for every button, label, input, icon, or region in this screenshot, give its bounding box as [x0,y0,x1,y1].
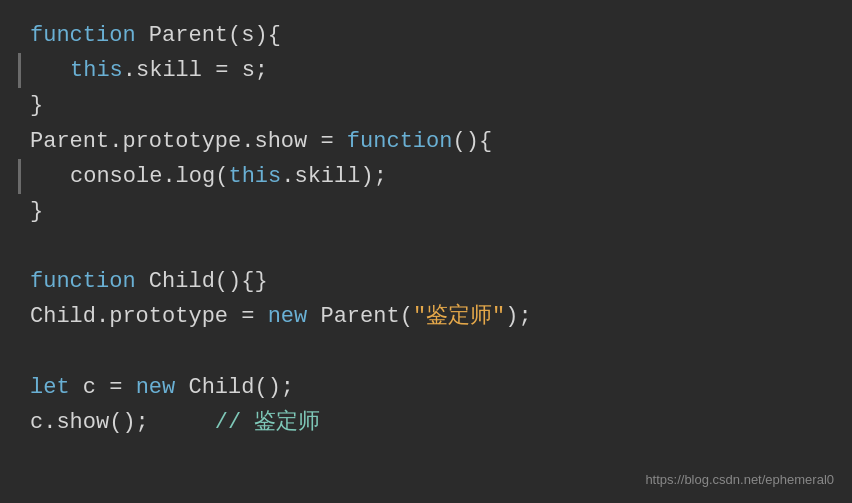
code-line-1: function Parent(s){ [30,18,822,53]
code-line-2: this.skill = s; [30,53,822,88]
code-text: } [30,88,43,123]
code-text: .skill); [281,159,387,194]
code-comment: // 鉴定师 [215,405,321,440]
keyword-this-1: this [70,53,123,88]
code-text: Parent( [307,299,413,334]
keyword-new-2: new [136,370,176,405]
blank-line-1 [30,229,822,264]
code-text: c = [70,370,136,405]
string-value-1: "鉴定师" [413,299,505,334]
code-text: (){ [452,124,492,159]
code-line-6: } [30,194,822,229]
keyword-function-1: function [30,18,136,53]
code-line-9: let c = new Child(); [30,370,822,405]
code-line-10: c.show(); // 鉴定师 [30,405,822,440]
code-text: } [30,194,43,229]
code-text: Child(){} [136,264,268,299]
keyword-let: let [30,370,70,405]
code-text: console.log( [70,159,228,194]
code-spacing [149,405,215,440]
code-text: Child.prototype = [30,299,268,334]
code-text: ); [505,299,531,334]
code-text: Child(); [175,370,294,405]
keyword-function-3: function [30,264,136,299]
code-text: c.show(); [30,405,149,440]
code-line-7: function Child(){} [30,264,822,299]
keyword-new-1: new [268,299,308,334]
code-line-5: console.log(this.skill); [30,159,822,194]
blank-line-2 [30,335,822,370]
keyword-this-2: this [228,159,281,194]
code-block: function Parent(s){ this.skill = s; } Pa… [0,0,852,458]
watermark: https://blog.csdn.net/ephemeral0 [645,470,834,491]
code-text: Parent.prototype.show = [30,124,347,159]
code-text: Parent(s){ [136,18,281,53]
keyword-function-2: function [347,124,453,159]
code-line-4: Parent.prototype.show = function(){ [30,124,822,159]
code-text: .skill = s; [123,53,268,88]
code-line-8: Child.prototype = new Parent("鉴定师"); [30,299,822,334]
code-line-3: } [30,88,822,123]
